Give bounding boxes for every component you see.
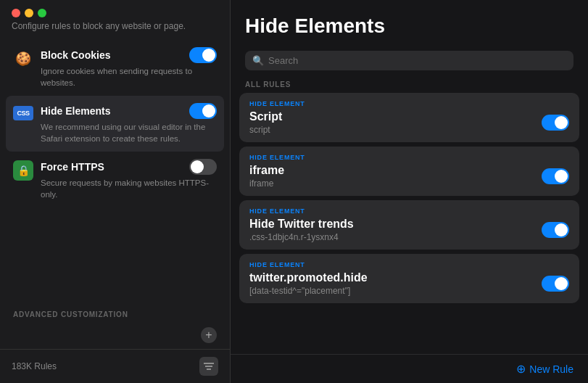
sidebar-item-force-https-subtitle: Secure requests by making websites HTTPS…	[41, 177, 217, 200]
rule-main-row-1: iframe iframe	[249, 164, 569, 189]
filter-button[interactable]	[199, 357, 218, 376]
rule-name-1: iframe	[249, 164, 284, 177]
rule-name-2: Hide Twitter trends	[249, 218, 354, 231]
rule-main-row-0: Script script	[249, 110, 569, 135]
rule-main-row-3: twitter.promoted.hide [data-testid^="pla…	[249, 271, 569, 296]
rule-value-0: script	[249, 125, 282, 135]
search-bar[interactable]: 🔍	[245, 51, 573, 70]
advanced-row: +	[0, 321, 230, 349]
css-icon: CSS	[13, 106, 33, 120]
rules-count: 183K Rules	[12, 361, 57, 371]
sidebar: Configure rules to block any website or …	[0, 0, 231, 383]
hide-elements-toggle[interactable]	[189, 103, 217, 119]
rule-type-label-3: HIDE ELEMENT	[249, 261, 569, 268]
sidebar-description: Configure rules to block any website or …	[0, 20, 230, 40]
rule-info-1: iframe iframe	[249, 164, 284, 189]
sidebar-item-block-cookies[interactable]: 🍪 Block Cookies Ignore cookies when send…	[6, 40, 224, 96]
rule-toggle-3[interactable]	[542, 276, 569, 292]
close-button[interactable]	[12, 9, 20, 17]
rule-card-2[interactable]: HIDE ELEMENT Hide Twitter trends .css-1d…	[239, 200, 579, 250]
rule-toggle-1[interactable]	[542, 168, 569, 184]
rule-type-label-1: HIDE ELEMENT	[249, 154, 569, 161]
all-rules-label: ALL RULES	[231, 78, 588, 93]
force-https-toggle[interactable]	[189, 159, 217, 175]
new-rule-label: New Rule	[529, 363, 573, 375]
sidebar-item-block-cookies-content: Block Cookies Ignore cookies when sendin…	[41, 47, 217, 88]
rule-info-0: Script script	[249, 110, 282, 135]
rule-card-1[interactable]: HIDE ELEMENT iframe iframe	[239, 147, 579, 196]
maximize-button[interactable]	[38, 9, 46, 17]
sidebar-item-force-https-content: Force HTTPS Secure requests by making we…	[41, 159, 217, 200]
rule-type-label-2: HIDE ELEMENT	[249, 207, 569, 215]
cookie-icon: 🍪	[13, 49, 33, 69]
new-rule-button[interactable]: ⊕ New Rule	[516, 362, 573, 376]
page-title: Hide Elements	[245, 15, 573, 38]
sidebar-item-block-cookies-title: Block Cookies	[41, 47, 217, 63]
lock-icon: 🔒	[13, 160, 33, 181]
sidebar-item-hide-elements-title: Hide Elements	[41, 103, 217, 119]
rule-card-3[interactable]: HIDE ELEMENT twitter.promoted.hide [data…	[239, 254, 579, 303]
minimize-button[interactable]	[25, 9, 33, 17]
rule-card-0[interactable]: HIDE ELEMENT Script script	[239, 93, 579, 142]
rules-list: HIDE ELEMENT Script script HIDE ELEMENT …	[231, 93, 588, 354]
block-cookies-toggle[interactable]	[189, 47, 217, 63]
rule-value-3: [data-testid^="placement"]	[249, 286, 368, 296]
rule-name-3: twitter.promoted.hide	[249, 271, 368, 284]
rule-info-2: Hide Twitter trends .css-1dbjc4n.r-1ysxn…	[249, 218, 354, 242]
rule-type-label-0: HIDE ELEMENT	[249, 100, 569, 107]
sidebar-item-hide-elements-subtitle: We recommend using our visual editor in …	[41, 121, 217, 144]
filter-icon	[204, 362, 214, 371]
rule-info-3: twitter.promoted.hide [data-testid^="pla…	[249, 271, 368, 296]
sidebar-item-force-https[interactable]: 🔒 Force HTTPS Secure requests by making …	[6, 152, 224, 207]
main-panel: Hide Elements 🔍 ALL RULES HIDE ELEMENT S…	[231, 0, 588, 383]
rule-main-row-2: Hide Twitter trends .css-1dbjc4n.r-1ysxn…	[249, 218, 569, 242]
sidebar-item-hide-elements-content: Hide Elements We recommend using our vis…	[41, 103, 217, 144]
advanced-customization-label: ADVANCED CUSTOMIZATION	[0, 306, 230, 321]
rule-toggle-2[interactable]	[542, 222, 569, 238]
rule-toggle-0[interactable]	[542, 115, 569, 131]
sidebar-item-block-cookies-subtitle: Ignore cookies when sending requests to …	[41, 65, 217, 88]
traffic-lights	[0, 0, 230, 20]
sidebar-bottom: 183K Rules	[0, 349, 230, 383]
main-footer: ⊕ New Rule	[231, 354, 588, 383]
rule-value-1: iframe	[249, 178, 284, 189]
new-rule-plus-icon: ⊕	[516, 362, 526, 376]
sidebar-item-hide-elements[interactable]: CSS Hide Elements We recommend using our…	[6, 96, 224, 152]
add-advanced-button[interactable]: +	[201, 327, 217, 343]
sidebar-item-force-https-title: Force HTTPS	[41, 159, 217, 175]
search-icon: 🔍	[252, 55, 264, 66]
search-input[interactable]	[268, 55, 566, 66]
rule-value-2: .css-1dbjc4n.r-1ysxnx4	[249, 232, 354, 242]
main-header: Hide Elements	[231, 0, 588, 45]
sidebar-items-list: 🍪 Block Cookies Ignore cookies when send…	[0, 40, 230, 306]
rule-name-0: Script	[249, 110, 282, 123]
